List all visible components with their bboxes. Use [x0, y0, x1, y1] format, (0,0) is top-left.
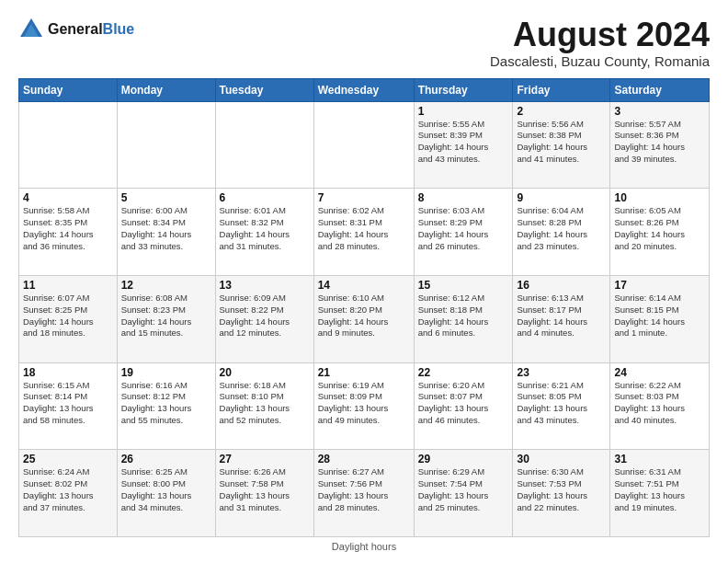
- day-info: Sunrise: 6:01 AM Sunset: 8:32 PM Dayligh…: [220, 205, 310, 252]
- day-info: Sunrise: 6:22 AM Sunset: 8:03 PM Dayligh…: [614, 380, 705, 427]
- day-info: Sunrise: 6:24 AM Sunset: 8:02 PM Dayligh…: [23, 466, 113, 513]
- day-info: Sunrise: 6:10 AM Sunset: 8:20 PM Dayligh…: [318, 293, 410, 339]
- calendar-cell: 31Sunrise: 6:31 AM Sunset: 7:51 PM Dayli…: [610, 450, 710, 537]
- week-row-4: 18Sunrise: 6:15 AM Sunset: 8:14 PM Dayli…: [19, 362, 710, 450]
- day-number: 14: [318, 279, 410, 292]
- day-number: 10: [614, 191, 705, 204]
- day-number: 12: [121, 279, 211, 292]
- logo: GeneralBlue: [18, 17, 134, 42]
- day-number: 19: [121, 366, 211, 379]
- calendar-cell: 22Sunrise: 6:20 AM Sunset: 8:07 PM Dayli…: [414, 362, 513, 450]
- calendar-cell: 19Sunrise: 6:16 AM Sunset: 8:12 PM Dayli…: [117, 362, 215, 450]
- day-info: Sunrise: 6:18 AM Sunset: 8:10 PM Dayligh…: [220, 380, 310, 427]
- day-number: 15: [418, 279, 509, 292]
- day-number: 29: [418, 453, 509, 465]
- calendar-cell: 20Sunrise: 6:18 AM Sunset: 8:10 PM Dayli…: [215, 362, 313, 450]
- day-info: Sunrise: 6:09 AM Sunset: 8:22 PM Dayligh…: [220, 293, 310, 339]
- calendar-cell: 30Sunrise: 6:30 AM Sunset: 7:53 PM Dayli…: [513, 450, 610, 537]
- calendar-cell: 12Sunrise: 6:08 AM Sunset: 8:23 PM Dayli…: [117, 275, 215, 362]
- day-info: Sunrise: 6:20 AM Sunset: 8:07 PM Dayligh…: [418, 380, 509, 427]
- day-info: Sunrise: 6:08 AM Sunset: 8:23 PM Dayligh…: [121, 293, 211, 339]
- day-number: 1: [418, 105, 509, 118]
- calendar-cell: 6Sunrise: 6:01 AM Sunset: 8:32 PM Daylig…: [215, 189, 313, 276]
- logo-text: GeneralBlue: [48, 21, 134, 38]
- page: GeneralBlue August 2024 Dascalesti, Buza…: [0, 0, 728, 563]
- logo-blue: Blue: [103, 21, 135, 37]
- top-section: GeneralBlue August 2024 Dascalesti, Buza…: [18, 17, 710, 69]
- logo-icon: [18, 17, 44, 42]
- footer-note: Daylight hours: [18, 541, 710, 552]
- calendar-cell: [117, 101, 215, 189]
- day-number: 6: [220, 191, 310, 204]
- day-number: 22: [418, 366, 509, 379]
- subtitle: Dascalesti, Buzau County, Romania: [490, 53, 710, 69]
- day-info: Sunrise: 5:55 AM Sunset: 8:39 PM Dayligh…: [418, 119, 509, 166]
- day-number: 30: [517, 453, 606, 465]
- day-info: Sunrise: 6:19 AM Sunset: 8:09 PM Dayligh…: [318, 380, 410, 427]
- weekday-wednesday: Wednesday: [313, 78, 414, 101]
- day-number: 13: [220, 279, 310, 292]
- day-info: Sunrise: 6:14 AM Sunset: 8:15 PM Dayligh…: [614, 293, 705, 339]
- day-number: 8: [418, 191, 509, 204]
- calendar-cell: 25Sunrise: 6:24 AM Sunset: 8:02 PM Dayli…: [19, 450, 118, 537]
- calendar-cell: 15Sunrise: 6:12 AM Sunset: 8:18 PM Dayli…: [414, 275, 513, 362]
- day-info: Sunrise: 6:30 AM Sunset: 7:53 PM Dayligh…: [517, 466, 606, 513]
- day-number: 4: [23, 191, 113, 204]
- day-number: 17: [614, 279, 705, 292]
- calendar-table: SundayMondayTuesdayWednesdayThursdayFrid…: [18, 78, 710, 537]
- calendar-cell: 26Sunrise: 6:25 AM Sunset: 8:00 PM Dayli…: [117, 450, 215, 537]
- day-number: 23: [517, 366, 606, 379]
- weekday-sunday: Sunday: [19, 78, 118, 101]
- day-info: Sunrise: 6:16 AM Sunset: 8:12 PM Dayligh…: [121, 380, 211, 427]
- day-number: 31: [614, 453, 705, 465]
- calendar-cell: 8Sunrise: 6:03 AM Sunset: 8:29 PM Daylig…: [414, 189, 513, 276]
- weekday-header-row: SundayMondayTuesdayWednesdayThursdayFrid…: [19, 78, 710, 101]
- calendar-cell: 18Sunrise: 6:15 AM Sunset: 8:14 PM Dayli…: [19, 362, 118, 450]
- day-number: 16: [517, 279, 606, 292]
- weekday-friday: Friday: [513, 78, 610, 101]
- day-info: Sunrise: 6:12 AM Sunset: 8:18 PM Dayligh…: [418, 293, 509, 339]
- day-info: Sunrise: 6:05 AM Sunset: 8:26 PM Dayligh…: [614, 205, 705, 252]
- weekday-thursday: Thursday: [414, 78, 513, 101]
- day-number: 18: [23, 366, 113, 379]
- day-number: 3: [614, 105, 705, 118]
- day-info: Sunrise: 6:07 AM Sunset: 8:25 PM Dayligh…: [23, 293, 113, 339]
- day-info: Sunrise: 5:57 AM Sunset: 8:36 PM Dayligh…: [614, 119, 705, 166]
- calendar-cell: 29Sunrise: 6:29 AM Sunset: 7:54 PM Dayli…: [414, 450, 513, 537]
- calendar-cell: 9Sunrise: 6:04 AM Sunset: 8:28 PM Daylig…: [513, 189, 610, 276]
- calendar-cell: 1Sunrise: 5:55 AM Sunset: 8:39 PM Daylig…: [414, 101, 513, 189]
- weekday-saturday: Saturday: [610, 78, 710, 101]
- day-info: Sunrise: 6:13 AM Sunset: 8:17 PM Dayligh…: [517, 293, 606, 339]
- daylight-label: Daylight hours: [332, 541, 396, 552]
- week-row-5: 25Sunrise: 6:24 AM Sunset: 8:02 PM Dayli…: [19, 450, 710, 537]
- calendar-cell: 24Sunrise: 6:22 AM Sunset: 8:03 PM Dayli…: [610, 362, 710, 450]
- day-info: Sunrise: 6:02 AM Sunset: 8:31 PM Dayligh…: [318, 205, 410, 252]
- week-row-2: 4Sunrise: 5:58 AM Sunset: 8:35 PM Daylig…: [19, 189, 710, 276]
- day-info: Sunrise: 6:26 AM Sunset: 7:58 PM Dayligh…: [220, 466, 310, 513]
- day-info: Sunrise: 6:00 AM Sunset: 8:34 PM Dayligh…: [121, 205, 211, 252]
- calendar-cell: 27Sunrise: 6:26 AM Sunset: 7:58 PM Dayli…: [215, 450, 313, 537]
- calendar-cell: 28Sunrise: 6:27 AM Sunset: 7:56 PM Dayli…: [313, 450, 414, 537]
- calendar-cell: 14Sunrise: 6:10 AM Sunset: 8:20 PM Dayli…: [313, 275, 414, 362]
- calendar-cell: 7Sunrise: 6:02 AM Sunset: 8:31 PM Daylig…: [313, 189, 414, 276]
- calendar-cell: 11Sunrise: 6:07 AM Sunset: 8:25 PM Dayli…: [19, 275, 118, 362]
- weekday-monday: Monday: [117, 78, 215, 101]
- calendar-cell: 3Sunrise: 5:57 AM Sunset: 8:36 PM Daylig…: [610, 101, 710, 189]
- calendar-cell: [19, 101, 118, 189]
- day-number: 25: [23, 453, 113, 465]
- day-info: Sunrise: 6:15 AM Sunset: 8:14 PM Dayligh…: [23, 380, 113, 427]
- day-number: 26: [121, 453, 211, 465]
- day-number: 20: [220, 366, 310, 379]
- day-info: Sunrise: 6:25 AM Sunset: 8:00 PM Dayligh…: [121, 466, 211, 513]
- day-info: Sunrise: 6:27 AM Sunset: 7:56 PM Dayligh…: [318, 466, 410, 513]
- calendar-cell: 17Sunrise: 6:14 AM Sunset: 8:15 PM Dayli…: [610, 275, 710, 362]
- calendar-cell: 23Sunrise: 6:21 AM Sunset: 8:05 PM Dayli…: [513, 362, 610, 450]
- calendar-cell: 4Sunrise: 5:58 AM Sunset: 8:35 PM Daylig…: [19, 189, 118, 276]
- day-number: 7: [318, 191, 410, 204]
- day-number: 2: [517, 105, 606, 118]
- calendar-cell: [313, 101, 414, 189]
- day-info: Sunrise: 5:58 AM Sunset: 8:35 PM Dayligh…: [23, 205, 113, 252]
- calendar-cell: 10Sunrise: 6:05 AM Sunset: 8:26 PM Dayli…: [610, 189, 710, 276]
- title-section: August 2024 Dascalesti, Buzau County, Ro…: [490, 17, 710, 69]
- day-info: Sunrise: 6:29 AM Sunset: 7:54 PM Dayligh…: [418, 466, 509, 513]
